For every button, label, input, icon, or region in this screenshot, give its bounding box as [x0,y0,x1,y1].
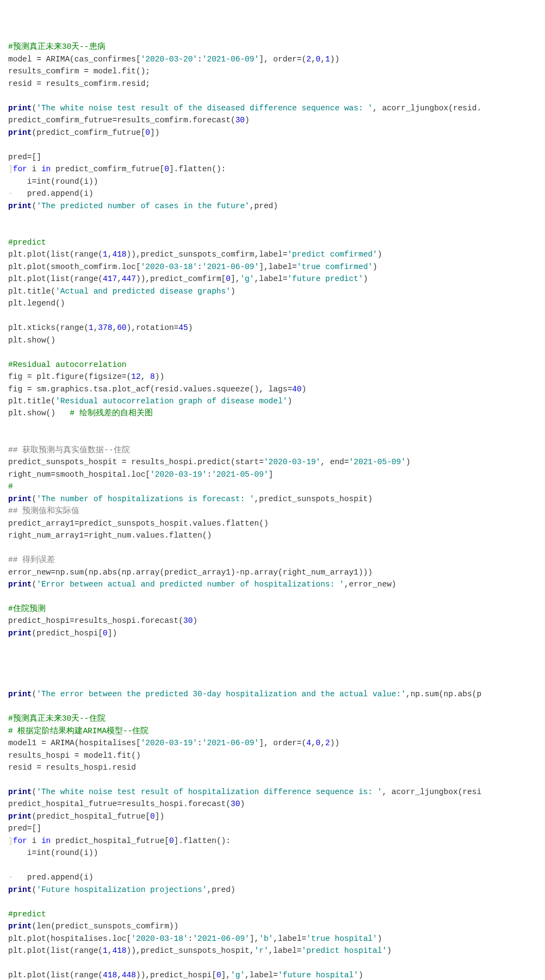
token: 418 [112,250,126,259]
token: right_num=smooth_hospital.loc[ [8,470,150,479]
code-line: print('The white noise test result of th… [8,102,545,114]
token: ( [32,495,37,503]
token: plt.title( [8,397,55,405]
code-line [8,224,545,236]
code-line: plt.title('Actual and predicted disease … [8,285,545,297]
token: print [8,202,32,210]
token: , acorr_ljungbox(resid. [373,104,481,113]
code-line: predict_sunspots_hospit = results_hospi.… [8,456,545,468]
code-line: #预测真正未来30天--住院 [8,713,545,725]
token: ( [32,788,37,796]
token: model1 = ARIMA(hospitalises[ [8,739,141,747]
token: 30 [183,616,193,625]
token: ( [32,202,37,210]
code-line: model1 = ARIMA(hospitalises['2020-03-19'… [8,737,545,749]
token: ## 得到误差 [8,555,55,564]
code-line: plt.plot(list(range(1,418)),predict_suns… [8,945,545,957]
code-line: print(len(predict_sunspots_comfirm)) [8,920,545,932]
token: ,label= [273,934,306,943]
token: predict_hospital_futrue=results_hospi.fo… [8,800,231,808]
code-line [8,420,545,432]
token: ,label= [255,274,288,283]
token: , [320,55,325,64]
token: )),predict_sunspots_hospit, [127,946,255,955]
token: ( [32,885,37,894]
token: in [41,837,51,845]
token: ,predict_sunspots_hospit) [254,495,373,503]
code-line [8,542,545,554]
code-line [8,212,545,224]
token: 447 [122,274,136,283]
token: '2021-06-09' [202,263,259,271]
token: 'future hospital' [278,971,358,979]
code-line: plt.plot(list(range(1,418)),predict_suns… [8,248,545,260]
token: - [8,873,13,882]
token: ) [406,458,411,466]
code-line: right_num_array1=right_num.values.flatte… [8,529,545,541]
token: predict_comfirm_futrue=results_comfirm.f… [8,116,236,124]
token: for [13,837,27,845]
token: ( [32,580,37,589]
token: '2021-05-09' [212,470,268,479]
token: in [41,165,51,173]
token: ) [377,250,382,259]
token: ) [387,946,392,955]
token: plt.legend() [8,299,65,308]
token: 30 [236,116,245,124]
token: 'true hospital' [306,934,377,943]
token: ], [231,274,240,283]
token: )),predict_comfirm[ [136,274,226,283]
token: ]) [150,128,159,137]
token: ], [250,934,259,943]
code-line: ## 得到误差 [8,554,545,566]
token: 'The white noise test result of the dise… [36,104,373,113]
code-line: ]for i in predict_hospital_futrue[0].fla… [8,835,545,847]
token: i=int(round(i)) [8,177,98,186]
code-line: plt.show() [8,334,545,346]
code-line [8,432,545,444]
token: '2020-03-19' [150,470,207,479]
token: , end= [320,458,349,466]
token: 60 [117,323,126,332]
code-line [8,346,545,358]
token: 30 [231,800,240,808]
token: 0 [150,812,155,821]
code-line: #predict [8,236,545,248]
token: predict_hospital_futrue[ [51,837,169,845]
token: 0 [164,165,169,173]
code-line: pred=[] [8,151,545,163]
token: 'The white noise test result of hospital… [36,788,382,796]
token: pred=[] [8,824,41,833]
code-line: # 根据定阶结果构建ARIMA模型--住院 [8,725,545,737]
token: ].flatten(): [174,837,231,845]
code-line: # [8,480,545,492]
token: pred.append(i) [13,189,94,198]
code-line: print('The white noise test result of ho… [8,786,545,798]
token: 0 [103,629,108,638]
token: , [117,274,122,283]
token: print [8,812,32,821]
code-line: fig = sm.graphics.tsa.plot_acf(resid.val… [8,383,545,395]
code-line: print('Future hospitalization projection… [8,884,545,896]
token: 8 [150,372,155,381]
token: 'g' [240,274,254,283]
token: ) [287,397,292,405]
token: model = ARIMA(cas_confirmes[ [8,55,141,64]
token: ,label= [269,946,302,955]
token: ) [302,385,307,394]
code-line: ## 获取预测与真实值数据--住院 [8,444,545,456]
token: i [27,165,41,173]
token: 4 [306,739,311,747]
token: 2 [325,739,330,747]
token: 418 [112,946,126,955]
code-line: plt.plot(smooth_comfirm.loc['2020-03-18'… [8,261,545,273]
token: 'predict comfirmed' [287,250,377,259]
token: ) [193,616,197,625]
code-line: right_num=smooth_hospital.loc['2020-03-1… [8,469,545,480]
token: 1 [325,55,330,64]
token: plt.show() [8,336,55,345]
code-line [8,139,545,151]
token: right_num_array1=right_num.values.flatte… [8,531,212,540]
token: ( [32,104,37,113]
token: , acorr_ljungbox(resi [382,788,481,796]
